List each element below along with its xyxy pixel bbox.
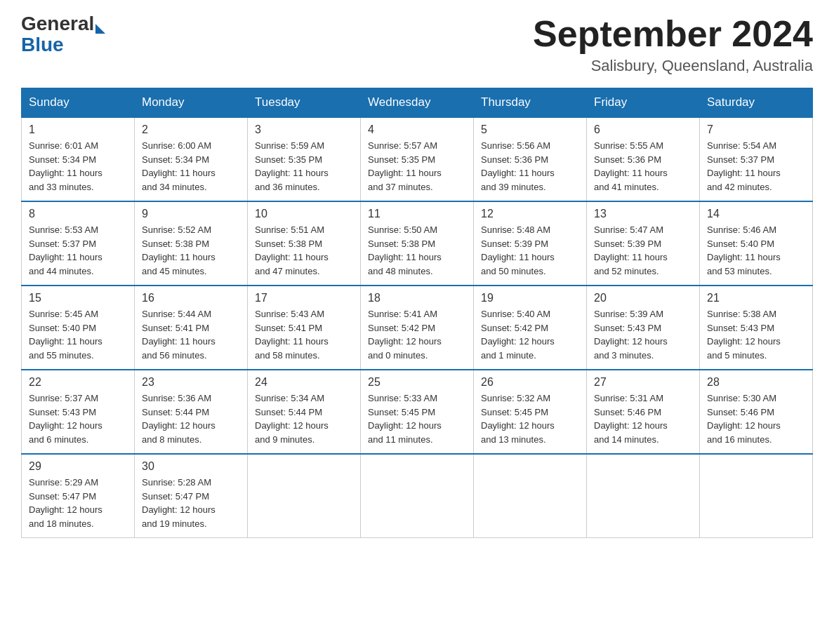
day-number: 7 — [707, 123, 805, 136]
calendar-cell: 15 Sunrise: 5:45 AMSunset: 5:40 PMDaylig… — [22, 286, 135, 370]
day-info: Sunrise: 5:55 AMSunset: 5:36 PMDaylight:… — [594, 139, 692, 194]
header-tuesday: Tuesday — [248, 88, 361, 118]
logo-general-text: General — [21, 14, 94, 34]
day-number: 16 — [142, 292, 240, 304]
day-info: Sunrise: 5:37 AMSunset: 5:43 PMDaylight:… — [29, 391, 127, 446]
day-number: 9 — [142, 208, 240, 220]
calendar-cell: 17 Sunrise: 5:43 AMSunset: 5:41 PMDaylig… — [248, 286, 361, 370]
day-info: Sunrise: 5:28 AMSunset: 5:47 PMDaylight:… — [142, 476, 240, 530]
calendar-cell: 21 Sunrise: 5:38 AMSunset: 5:43 PMDaylig… — [700, 286, 813, 370]
day-info: Sunrise: 5:57 AMSunset: 5:35 PMDaylight:… — [368, 139, 466, 194]
day-info: Sunrise: 5:44 AMSunset: 5:41 PMDaylight:… — [142, 307, 240, 362]
calendar-week-5: 29 Sunrise: 5:29 AMSunset: 5:47 PMDaylig… — [22, 454, 813, 538]
calendar-cell: 11 Sunrise: 5:50 AMSunset: 5:38 PMDaylig… — [361, 201, 474, 286]
day-number: 28 — [707, 376, 805, 389]
day-number: 24 — [255, 376, 353, 389]
calendar-cell: 25 Sunrise: 5:33 AMSunset: 5:45 PMDaylig… — [361, 370, 474, 454]
day-number: 18 — [368, 292, 466, 304]
day-number: 4 — [368, 123, 466, 136]
calendar-title-area: September 2024 Salisbury, Queensland, Au… — [533, 14, 813, 75]
calendar-cell: 12 Sunrise: 5:48 AMSunset: 5:39 PMDaylig… — [474, 201, 587, 286]
day-number: 10 — [255, 208, 353, 220]
calendar-cell — [474, 454, 587, 538]
calendar-cell: 18 Sunrise: 5:41 AMSunset: 5:42 PMDaylig… — [361, 286, 474, 370]
calendar-cell: 14 Sunrise: 5:46 AMSunset: 5:40 PMDaylig… — [700, 201, 813, 286]
day-info: Sunrise: 5:54 AMSunset: 5:37 PMDaylight:… — [707, 139, 805, 194]
day-number: 30 — [142, 460, 240, 473]
day-info: Sunrise: 5:31 AMSunset: 5:46 PMDaylight:… — [594, 391, 692, 446]
calendar-cell: 28 Sunrise: 5:30 AMSunset: 5:46 PMDaylig… — [700, 370, 813, 454]
logo-blue-text: Blue — [21, 35, 105, 55]
header-saturday: Saturday — [700, 88, 813, 118]
header-monday: Monday — [135, 88, 248, 118]
calendar-cell: 10 Sunrise: 5:51 AMSunset: 5:38 PMDaylig… — [248, 201, 361, 286]
day-number: 3 — [255, 123, 353, 136]
day-number: 13 — [594, 208, 692, 220]
day-info: Sunrise: 5:33 AMSunset: 5:45 PMDaylight:… — [368, 391, 466, 446]
day-info: Sunrise: 5:59 AMSunset: 5:35 PMDaylight:… — [255, 139, 353, 194]
day-number: 11 — [368, 208, 466, 220]
calendar-cell: 13 Sunrise: 5:47 AMSunset: 5:39 PMDaylig… — [587, 201, 700, 286]
header-thursday: Thursday — [474, 88, 587, 118]
calendar-cell: 22 Sunrise: 5:37 AMSunset: 5:43 PMDaylig… — [22, 370, 135, 454]
day-number: 26 — [481, 376, 579, 389]
day-number: 23 — [142, 376, 240, 389]
page-header: General Blue September 2024 Salisbury, Q… — [21, 14, 813, 75]
day-info: Sunrise: 5:56 AMSunset: 5:36 PMDaylight:… — [481, 139, 579, 194]
calendar-cell — [587, 454, 700, 538]
day-number: 25 — [368, 376, 466, 389]
calendar-cell: 6 Sunrise: 5:55 AMSunset: 5:36 PMDayligh… — [587, 117, 700, 201]
calendar-cell: 26 Sunrise: 5:32 AMSunset: 5:45 PMDaylig… — [474, 370, 587, 454]
day-info: Sunrise: 5:47 AMSunset: 5:39 PMDaylight:… — [594, 223, 692, 278]
calendar-cell: 1 Sunrise: 6:01 AMSunset: 5:34 PMDayligh… — [22, 117, 135, 201]
day-number: 21 — [707, 292, 805, 304]
calendar-cell: 3 Sunrise: 5:59 AMSunset: 5:35 PMDayligh… — [248, 117, 361, 201]
calendar-cell: 7 Sunrise: 5:54 AMSunset: 5:37 PMDayligh… — [700, 117, 813, 201]
day-info: Sunrise: 5:34 AMSunset: 5:44 PMDaylight:… — [255, 391, 353, 446]
day-info: Sunrise: 5:40 AMSunset: 5:42 PMDaylight:… — [481, 307, 579, 362]
day-number: 27 — [594, 376, 692, 389]
header-sunday: Sunday — [22, 88, 135, 118]
calendar-week-1: 1 Sunrise: 6:01 AMSunset: 5:34 PMDayligh… — [22, 117, 813, 201]
day-info: Sunrise: 5:46 AMSunset: 5:40 PMDaylight:… — [707, 223, 805, 278]
calendar-week-3: 15 Sunrise: 5:45 AMSunset: 5:40 PMDaylig… — [22, 286, 813, 370]
day-info: Sunrise: 5:39 AMSunset: 5:43 PMDaylight:… — [594, 307, 692, 362]
calendar-cell: 4 Sunrise: 5:57 AMSunset: 5:35 PMDayligh… — [361, 117, 474, 201]
calendar-cell: 9 Sunrise: 5:52 AMSunset: 5:38 PMDayligh… — [135, 201, 248, 286]
calendar-cell: 2 Sunrise: 6:00 AMSunset: 5:34 PMDayligh… — [135, 117, 248, 201]
day-info: Sunrise: 5:45 AMSunset: 5:40 PMDaylight:… — [29, 307, 127, 362]
day-info: Sunrise: 5:41 AMSunset: 5:42 PMDaylight:… — [368, 307, 466, 362]
day-number: 17 — [255, 292, 353, 304]
calendar-cell: 5 Sunrise: 5:56 AMSunset: 5:36 PMDayligh… — [474, 117, 587, 201]
day-info: Sunrise: 5:43 AMSunset: 5:41 PMDaylight:… — [255, 307, 353, 362]
calendar-cell: 20 Sunrise: 5:39 AMSunset: 5:43 PMDaylig… — [587, 286, 700, 370]
day-info: Sunrise: 5:52 AMSunset: 5:38 PMDaylight:… — [142, 223, 240, 278]
header-wednesday: Wednesday — [361, 88, 474, 118]
logo: General Blue — [21, 14, 105, 55]
day-info: Sunrise: 5:53 AMSunset: 5:37 PMDaylight:… — [29, 223, 127, 278]
day-info: Sunrise: 5:36 AMSunset: 5:44 PMDaylight:… — [142, 391, 240, 446]
calendar-cell: 29 Sunrise: 5:29 AMSunset: 5:47 PMDaylig… — [22, 454, 135, 538]
day-info: Sunrise: 5:32 AMSunset: 5:45 PMDaylight:… — [481, 391, 579, 446]
day-info: Sunrise: 5:38 AMSunset: 5:43 PMDaylight:… — [707, 307, 805, 362]
calendar-subtitle: Salisbury, Queensland, Australia — [533, 57, 813, 75]
header-friday: Friday — [587, 88, 700, 118]
calendar-cell — [361, 454, 474, 538]
calendar-cell — [700, 454, 813, 538]
day-number: 20 — [594, 292, 692, 304]
calendar-week-4: 22 Sunrise: 5:37 AMSunset: 5:43 PMDaylig… — [22, 370, 813, 454]
day-info: Sunrise: 5:30 AMSunset: 5:46 PMDaylight:… — [707, 391, 805, 446]
day-number: 19 — [481, 292, 579, 304]
day-number: 8 — [29, 208, 127, 220]
day-number: 14 — [707, 208, 805, 220]
day-info: Sunrise: 5:29 AMSunset: 5:47 PMDaylight:… — [29, 476, 127, 530]
day-info: Sunrise: 5:50 AMSunset: 5:38 PMDaylight:… — [368, 223, 466, 278]
day-number: 12 — [481, 208, 579, 220]
calendar-cell: 23 Sunrise: 5:36 AMSunset: 5:44 PMDaylig… — [135, 370, 248, 454]
calendar-week-2: 8 Sunrise: 5:53 AMSunset: 5:37 PMDayligh… — [22, 201, 813, 286]
calendar-cell: 30 Sunrise: 5:28 AMSunset: 5:47 PMDaylig… — [135, 454, 248, 538]
calendar-cell: 27 Sunrise: 5:31 AMSunset: 5:46 PMDaylig… — [587, 370, 700, 454]
day-number: 1 — [29, 123, 127, 136]
day-info: Sunrise: 5:48 AMSunset: 5:39 PMDaylight:… — [481, 223, 579, 278]
calendar-cell: 24 Sunrise: 5:34 AMSunset: 5:44 PMDaylig… — [248, 370, 361, 454]
